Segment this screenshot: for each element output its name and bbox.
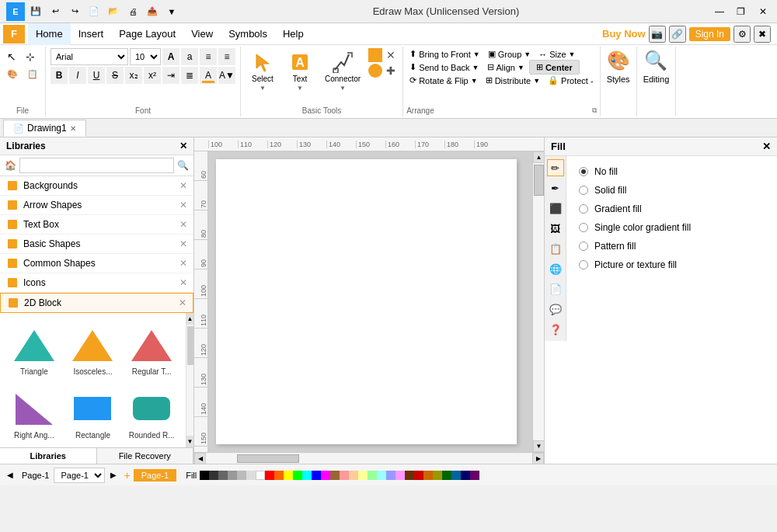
font-size-select[interactable]: 10 [130,48,161,65]
home-icon[interactable]: 🏠 [5,160,16,171]
align-left-btn[interactable]: ≡ [200,48,217,65]
size-dropdown[interactable]: ▼ [569,50,576,58]
menu-view[interactable]: View [183,23,221,45]
fill-globe-btn[interactable]: 🌐 [547,260,564,277]
color-swatch[interactable] [228,471,237,480]
font-name-select[interactable]: Arial [51,48,128,65]
libraries-close-btn[interactable]: ✕ [179,141,187,151]
color-swatch[interactable] [302,471,312,480]
subscript-btn[interactable]: x₂ [125,67,142,84]
page-selector[interactable]: Page-1 [54,468,105,483]
send-to-back-btn[interactable]: ⬇ Send to Back ▼ [406,61,482,73]
color-swatch[interactable] [377,471,386,480]
circle-shape-btn[interactable] [368,64,382,78]
open-quick-btn[interactable]: 📂 [105,3,122,20]
color-swatch[interactable] [340,471,349,480]
select-btn[interactable]: Select ▼ [246,48,280,95]
shape-item-right-angle[interactable]: Right Ang... [6,383,62,443]
page-prev-btn[interactable]: ◀ [3,468,17,482]
lib-item-2d-block[interactable]: 2D Block ✕ [0,293,193,313]
buy-now-link[interactable]: Buy Now [602,28,646,40]
color-swatch[interactable] [349,471,358,480]
fill-pen-btn[interactable]: ✒ [547,179,564,196]
drawing-canvas[interactable] [216,159,517,444]
search-input[interactable] [19,158,174,173]
color-swatch[interactable] [433,471,442,480]
distribute-btn[interactable]: ⊞ Distribute ▼ [483,75,543,86]
fill-option-solid[interactable]: Solid fill [573,181,771,200]
color-swatch[interactable] [218,471,228,480]
fill-page-btn[interactable]: 📄 [547,280,564,297]
fill-option-picture[interactable]: Picture or texture fill [573,256,771,274]
print-quick-btn[interactable]: 🖨 [124,3,141,20]
color-swatch[interactable] [293,471,302,480]
scroll-thumb[interactable] [534,165,544,196]
fill-image-btn[interactable]: 🖼 [547,220,564,237]
square-shape-btn[interactable] [368,48,382,62]
format2-btn[interactable]: 📋 [23,67,42,82]
color-swatch[interactable] [461,471,470,480]
lib-item-close-btn[interactable]: ✕ [179,180,187,191]
format-btn[interactable]: 🎨 [3,67,22,82]
scroll-down-btn[interactable]: ▼ [533,440,544,452]
italic-btn[interactable]: I [69,67,86,84]
center-btn[interactable]: ⊞ Center [529,60,580,75]
color-swatch[interactable] [321,471,330,480]
file-recovery-tab-btn[interactable]: File Recovery [97,448,194,464]
color-swatch[interactable] [284,471,293,480]
bring-to-front-dropdown[interactable]: ▼ [473,50,480,58]
pointer-btn[interactable]: ↖ [3,48,20,65]
fill-pencil-btn[interactable]: ✏ [547,159,564,176]
rotate-flip-btn[interactable]: ⟳ Rotate & Flip ▼ [406,75,481,86]
shape-scroll-up-btn[interactable]: ▲ [186,313,193,325]
distribute-dropdown[interactable]: ▼ [533,77,540,85]
lib-item-close-btn[interactable]: ✕ [179,277,187,288]
x-shape-btn[interactable]: ✕ [384,48,398,62]
lib-item-close-btn[interactable]: ✕ [179,238,187,249]
redo-quick-btn[interactable]: ↪ [66,3,83,20]
color-swatch[interactable] [358,471,368,480]
tab-close-btn[interactable]: ✕ [70,124,76,133]
color-fill-btn[interactable]: A [200,67,217,84]
add-page-btn[interactable]: + [124,469,130,482]
menu-insert[interactable]: Insert [71,23,112,45]
editing-group[interactable]: 🔍 Editing [637,47,677,116]
color-swatch[interactable] [246,471,256,480]
fill-option-single-color[interactable]: Single color gradient fill [573,218,771,237]
align-right-btn[interactable]: ≡ [218,48,235,65]
lib-item-text-box[interactable]: Text Box ✕ [0,215,193,235]
bring-to-front-btn[interactable]: ⬆ Bring to Front ▼ [406,48,483,60]
export-quick-btn[interactable]: 📤 [144,3,161,20]
shape-item-regular-t[interactable]: Regular T... [124,319,179,380]
menu-page-layout[interactable]: Page Layout [111,23,183,45]
menu-help[interactable]: Help [275,23,312,45]
text-btn[interactable]: A Text ▼ [283,48,317,95]
extra-btn[interactable]: ✖ [754,26,771,43]
scroll-left-btn[interactable]: ◀ [194,453,206,464]
menu-home[interactable]: Home [28,23,71,45]
color-swatch[interactable] [209,471,218,480]
color-swatch[interactable] [368,471,377,480]
camera-btn[interactable]: 📷 [649,26,666,43]
send-to-back-dropdown[interactable]: ▼ [472,64,479,71]
page-next-btn[interactable]: ▶ [106,468,120,482]
settings-btn[interactable]: ⚙ [733,26,751,43]
minimize-btn[interactable]: — [712,4,727,19]
indent-btn[interactable]: ⇥ [162,67,179,84]
lib-item-backgrounds[interactable]: Backgrounds ✕ [0,176,193,196]
connector-btn[interactable]: Connector ▼ [320,48,365,95]
lib-item-close-btn[interactable]: ✕ [179,258,187,269]
group-btn[interactable]: ▣ Group ▼ [485,48,535,60]
color-swatch[interactable] [256,471,265,480]
font-size-up-btn[interactable]: A [162,48,179,65]
color-swatch[interactable] [423,471,433,480]
arrange-expand-btn[interactable]: ⧉ [592,106,597,115]
fill-option-pattern[interactable]: Pattern fill [573,237,771,256]
page-name-tab[interactable]: Page-1 [134,469,176,482]
close-btn[interactable]: ✕ [755,4,771,19]
shape-item-triangle[interactable]: Triangle [6,319,62,380]
canvas-paper[interactable] [208,151,532,452]
search-icon[interactable]: 🔍 [177,160,189,171]
color-swatch[interactable] [405,471,414,480]
lasso-btn[interactable]: ⊹ [22,48,39,65]
